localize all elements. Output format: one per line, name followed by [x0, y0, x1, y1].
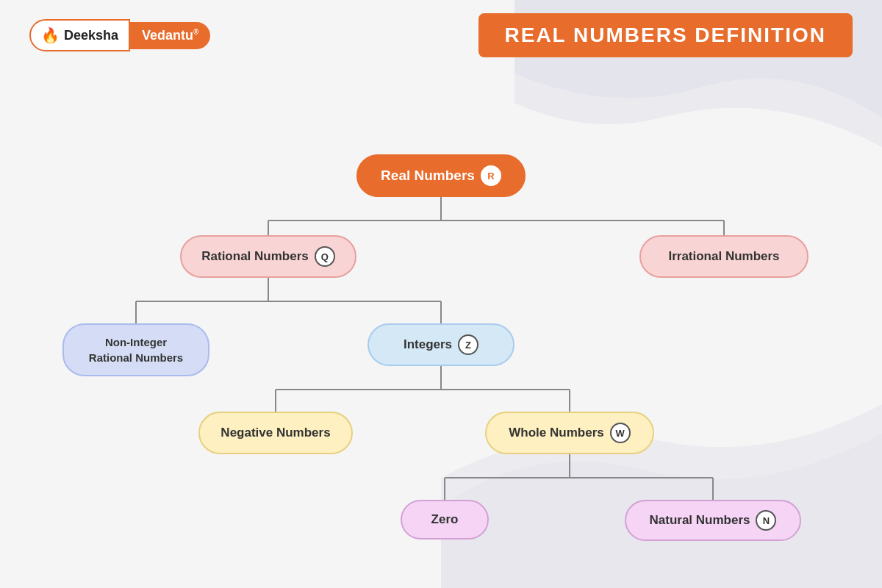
tree-diagram: Real Numbers R Rational Numbers Q Irrati…	[0, 74, 882, 573]
logo-area: 🔥 Deeksha Vedantu®	[29, 19, 210, 51]
page-title: REAL NUMBERS DEFINITION	[478, 13, 853, 57]
non-integer-node: Non-Integer Rational Numbers	[62, 323, 209, 376]
natural-numbers-node: Natural Numbers N	[625, 500, 801, 541]
natural-numbers-badge: N	[756, 510, 776, 531]
real-numbers-node: Real Numbers R	[356, 154, 526, 197]
irrational-numbers-node: Irrational Numbers	[639, 235, 808, 278]
whole-numbers-node: Whole Numbers W	[485, 412, 654, 454]
negative-numbers-node: Negative Numbers	[198, 412, 353, 454]
rational-numbers-node: Rational Numbers Q	[180, 235, 356, 278]
integers-badge: Z	[458, 334, 478, 355]
header: 🔥 Deeksha Vedantu® REAL NUMBERS DEFINITI…	[0, 0, 882, 65]
zero-node: Zero	[401, 500, 489, 539]
deeksha-logo: 🔥 Deeksha	[29, 19, 130, 51]
rational-numbers-badge: Q	[315, 246, 335, 267]
whole-numbers-badge: W	[610, 423, 631, 443]
real-numbers-badge: R	[481, 165, 501, 186]
integers-node: Integers Z	[368, 323, 514, 366]
vedantu-logo: Vedantu®	[130, 22, 210, 49]
flame-icon: 🔥	[41, 26, 60, 44]
